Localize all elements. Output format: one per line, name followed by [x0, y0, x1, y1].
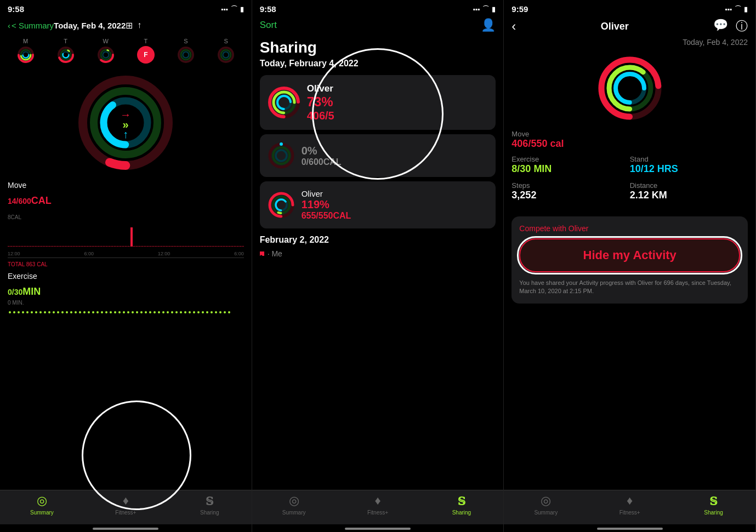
svg-point-19: [183, 52, 189, 58]
svg-point-34: [22, 311, 24, 313]
me-dot: •: [260, 251, 264, 256]
info-icon-p3[interactable]: ⓘ: [736, 18, 748, 35]
distance-stat-value: 2.12 KM: [630, 190, 748, 201]
sort-button[interactable]: Sort: [260, 20, 277, 31]
back-summary-button[interactable]: ‹ < Summary: [8, 21, 54, 30]
steps-distance-row: Steps 3,252 Distance 2.12 KM: [511, 181, 748, 201]
ring-mon: [17, 46, 35, 64]
compete-card: Compete with Oliver Hide my Activity You…: [511, 216, 748, 304]
svg-point-36: [31, 311, 33, 313]
hide-activity-button[interactable]: Hide my Activity: [519, 238, 740, 272]
sharing-label-p2: Sharing: [452, 510, 471, 516]
back-nav-p3: ‹ Oliver 💬 ⓘ: [504, 16, 755, 38]
svg-point-59: [132, 311, 134, 313]
back-summary-label: < Summary: [12, 21, 54, 30]
weekday-sun[interactable]: S: [217, 38, 235, 64]
signal-icon-p1: ▪▪▪: [221, 5, 228, 13]
card-oliver-pct: 73%: [307, 94, 488, 110]
svg-point-40: [48, 311, 50, 313]
status-time-p3: 9:59: [511, 4, 528, 14]
card-oliver2-name: Oliver: [302, 189, 351, 198]
tab-fitness-p1[interactable]: ♦ Fitness+: [84, 494, 168, 516]
tab-bar-p2: ◎ Summary ♦ Fitness+ 𝕊 Sharing: [252, 490, 504, 524]
hide-activity-container: Hide my Activity: [519, 238, 740, 272]
fitness-tab-label-p1: Fitness+: [115, 510, 136, 516]
activity-rings-p3: [504, 51, 755, 125]
exercise-stat: Exercise 8/30 MIN: [511, 155, 629, 175]
weekday-thu[interactable]: T F: [137, 38, 155, 64]
exercise-dot-chart: [8, 309, 244, 316]
today-indicator: F: [137, 46, 155, 64]
stand-stat: Stand 10/12 HRS: [630, 155, 748, 175]
date-p3: Today, Feb 4, 2022: [504, 38, 755, 51]
card-oliver-info: Oliver 73% 406/5: [307, 83, 488, 122]
sharing-card-oliver-main[interactable]: Oliver 73% 406/5: [260, 75, 496, 130]
home-indicator-p3: [597, 528, 663, 530]
move-value: 14/600CAL: [8, 191, 244, 208]
calendar-icon-p1[interactable]: ⊞: [126, 20, 133, 31]
signal-icon-p2: ▪▪▪: [473, 5, 480, 13]
ring-wed: [97, 46, 115, 64]
svg-point-62: [145, 311, 147, 313]
svg-point-22: [223, 52, 229, 58]
status-time-p2: 9:58: [260, 4, 276, 14]
panel-sharing-list: 9:58 ▪▪▪ ⌒ ▮ Sort 👤 Sharing Today, Febru…: [252, 0, 504, 532]
svg-point-74: [197, 311, 200, 313]
svg-point-66: [162, 311, 164, 313]
stand-stat-value: 10/12 HRS: [630, 163, 748, 175]
compete-label: Compete with Oliver: [519, 224, 740, 233]
sharing-tab-icon-p1: 𝕊: [206, 495, 213, 508]
summary-label-p2: Summary: [282, 510, 306, 516]
wifi-icon-p2: ⌒: [482, 4, 489, 14]
svg-point-52: [101, 311, 103, 313]
back-button-p3[interactable]: ‹: [511, 19, 516, 34]
sharing-icon-p3: 𝕊: [709, 495, 717, 508]
main-activity-rings: → » ↑: [0, 73, 252, 172]
svg-point-76: [206, 311, 208, 313]
share-icon-p1[interactable]: ↑: [137, 20, 141, 31]
move-label: Move: [8, 181, 244, 190]
fitness-icon-p2: ♦: [374, 494, 380, 508]
svg-point-68: [171, 311, 173, 313]
wifi-icon-p1: ⌒: [231, 4, 237, 14]
tab-summary-p1[interactable]: ◎ Summary: [0, 494, 84, 516]
svg-point-69: [175, 311, 178, 313]
home-indicator-p1: [93, 528, 158, 530]
sharing-card-oliver2[interactable]: Oliver 119% 655/550CAL: [260, 181, 496, 228]
tab-sharing-p1[interactable]: 𝕊 Sharing: [168, 495, 252, 516]
me-label: · Me: [268, 249, 282, 258]
svg-point-38: [39, 311, 42, 313]
signal-icon-p3: ▪▪▪: [725, 5, 732, 13]
weekday-wed[interactable]: W: [97, 38, 115, 64]
profile-icon-p2[interactable]: 👤: [481, 18, 496, 32]
back-chevron-icon: ‹: [8, 21, 10, 30]
svg-point-71: [184, 311, 186, 313]
tab-sharing-p3[interactable]: 𝕊 Sharing: [672, 495, 755, 516]
fitness-icon-p3: ♦: [627, 494, 633, 508]
weekday-mon[interactable]: M: [17, 38, 35, 64]
tab-summary-p3[interactable]: ◎ Summary: [504, 494, 588, 516]
status-bar-p1: 9:58 ▪▪▪ ⌒ ▮: [0, 0, 252, 16]
tab-sharing-p2[interactable]: 𝕊 Sharing: [419, 495, 503, 516]
summary-icon-p2: ◎: [289, 494, 299, 508]
svg-point-67: [167, 311, 169, 313]
compete-desc: You have shared your Activity progress w…: [519, 279, 740, 296]
chat-icon-p3[interactable]: 💬: [713, 18, 728, 35]
tab-fitness-p3[interactable]: ♦ Fitness+: [588, 494, 672, 516]
battery-icon-p2: ▮: [492, 5, 496, 13]
weekday-tue[interactable]: T: [57, 38, 75, 64]
move-stats: Move 14/600CAL: [0, 176, 252, 212]
sharing-card-me[interactable]: 0% 0/600CAL: [260, 134, 496, 177]
weekday-sat[interactable]: S: [177, 38, 195, 64]
date-section-1: Today, February 4, 2022: [252, 58, 504, 73]
status-icons-p1: ▪▪▪ ⌒ ▮: [221, 4, 244, 14]
current-date-p1: Today, Feb 4, 2022: [54, 21, 126, 30]
weekday-strip: M T W: [0, 36, 252, 68]
tab-summary-p2[interactable]: ◎ Summary: [252, 494, 336, 516]
mini-rings-me: [268, 142, 295, 169]
chart-total: TOTAL 863 CAL: [0, 261, 252, 267]
fitness-label-p2: Fitness+: [367, 510, 388, 516]
svg-point-41: [53, 311, 55, 313]
tab-fitness-p2[interactable]: ♦ Fitness+: [336, 494, 420, 516]
rings-svg-p3: [597, 55, 663, 121]
